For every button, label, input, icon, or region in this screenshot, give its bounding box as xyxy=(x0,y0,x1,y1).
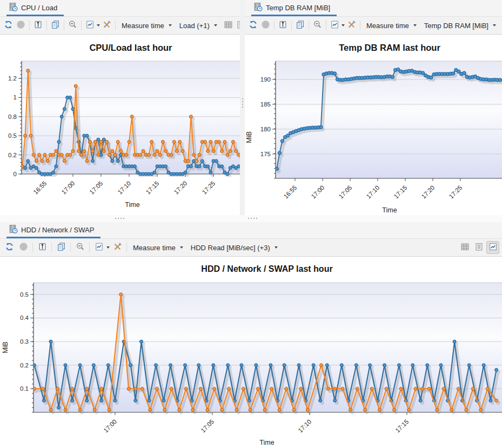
zoom-out-button[interactable] xyxy=(312,19,323,32)
configure-icon xyxy=(102,20,111,31)
svg-text:Time: Time xyxy=(125,201,139,209)
svg-text:Time: Time xyxy=(382,206,397,214)
svg-text:17:05: 17:05 xyxy=(89,180,104,196)
record-icon xyxy=(16,20,25,31)
dashboard-icon xyxy=(9,2,18,14)
svg-text:185: 185 xyxy=(260,101,271,108)
svg-text:0.8: 0.8 xyxy=(8,113,17,120)
svg-text:190: 190 xyxy=(260,76,271,83)
list-view-button[interactable] xyxy=(472,241,485,254)
svg-text:16:55: 16:55 xyxy=(283,184,298,200)
chart-settings-caret[interactable] xyxy=(97,24,100,26)
svg-text:17:10: 17:10 xyxy=(365,184,381,200)
export-button[interactable] xyxy=(277,19,289,32)
copy-button[interactable] xyxy=(294,19,306,32)
export-icon xyxy=(38,242,47,253)
tab-cpu-load[interactable]: CPU / Load xyxy=(6,0,64,16)
toolbar-separator xyxy=(46,21,47,30)
svg-text:175: 175 xyxy=(260,151,271,157)
vertical-splitter[interactable] xyxy=(240,0,245,215)
temp-chart-svg: 17518018519016:5517:0017:0517:1017:1517:… xyxy=(245,35,502,215)
configure-button[interactable] xyxy=(346,19,357,32)
horizontal-splitter[interactable] xyxy=(0,215,502,222)
series-dropdown[interactable]: Temp DB RAM [MiB] xyxy=(421,21,499,31)
toolbar-separator xyxy=(29,21,30,30)
splitter-grip xyxy=(248,218,257,219)
chart-settings-icon xyxy=(95,242,104,253)
copy-icon xyxy=(296,20,305,31)
refresh-button[interactable] xyxy=(3,19,14,32)
configure-button[interactable] xyxy=(111,241,124,254)
chart-settings-button[interactable] xyxy=(84,19,96,32)
configure-button[interactable] xyxy=(101,19,112,32)
measure-time-dropdown[interactable]: Measure time xyxy=(118,21,175,31)
svg-text:180: 180 xyxy=(260,126,271,132)
chevron-down-icon xyxy=(413,24,417,26)
cpu-chart-svg: 00.20.50.811.216:5517:0017:0517:1017:151… xyxy=(0,35,240,215)
svg-text:17:15: 17:15 xyxy=(393,184,409,200)
temp-db-ram-chart[interactable]: 17518018519016:5517:0017:0517:1017:1517:… xyxy=(245,35,502,215)
chart-settings-button[interactable] xyxy=(92,241,105,254)
copy-button[interactable] xyxy=(50,19,61,32)
toolbar-separator xyxy=(360,21,360,30)
series-dropdown[interactable]: Load (+1) xyxy=(176,21,220,31)
record-icon xyxy=(19,242,28,253)
svg-text:MiB: MiB xyxy=(2,342,9,353)
chart-view-icon xyxy=(488,242,498,253)
series-label: Load (+1) xyxy=(179,22,210,30)
svg-text:17:05: 17:05 xyxy=(199,418,215,434)
svg-text:17:15: 17:15 xyxy=(394,418,410,434)
cpu-load-chart[interactable]: 00.20.50.811.216:5517:0017:0517:1017:151… xyxy=(0,35,240,215)
temp-tabbar: Temp DB RAM [MiB] xyxy=(245,0,502,16)
export-button[interactable] xyxy=(36,241,49,254)
chevron-down-icon xyxy=(214,24,217,26)
measure-time-label: Measure time xyxy=(133,244,176,252)
configure-icon xyxy=(113,242,122,253)
cpu-tabbar: CPU / Load xyxy=(0,0,240,16)
toolbar-separator xyxy=(309,21,309,30)
record-button[interactable] xyxy=(15,19,26,32)
list-view-icon xyxy=(474,242,484,253)
svg-text:1.2: 1.2 xyxy=(8,75,17,82)
export-button[interactable] xyxy=(32,19,44,32)
chart-settings-caret[interactable] xyxy=(342,24,345,26)
chart-view-button[interactable] xyxy=(486,241,499,254)
zoom-out-button[interactable] xyxy=(67,19,78,32)
measure-time-dropdown[interactable]: Measure time xyxy=(130,243,186,253)
cpu-toolbar: Measure time Load (+1) xyxy=(0,16,240,35)
chart-settings-caret[interactable] xyxy=(106,246,110,249)
tab-label: HDD / Network / SWAP xyxy=(21,226,94,234)
configure-icon xyxy=(347,20,356,31)
tab-label: CPU / Load xyxy=(21,4,57,12)
export-icon xyxy=(278,20,287,31)
svg-text:17:00: 17:00 xyxy=(310,184,326,200)
grid-view-button[interactable] xyxy=(458,241,471,254)
toolbar-separator xyxy=(115,21,116,30)
record-button[interactable] xyxy=(17,241,30,254)
panel-temp-db-ram: Temp DB RAM [MiB] Measure time xyxy=(245,0,502,215)
splitter-grip xyxy=(242,98,243,108)
svg-text:0: 0 xyxy=(14,171,17,177)
toolbar-separator xyxy=(51,243,52,252)
svg-text:17:20: 17:20 xyxy=(420,184,436,200)
zoom-out-button[interactable] xyxy=(73,241,86,254)
grid-view-button[interactable] xyxy=(223,19,234,32)
panel-cpu-load: CPU / Load Measure time xyxy=(0,0,240,215)
hdd-network-swap-chart[interactable]: 0.10.20.30.40.517:0017:0517:1017:15HDD /… xyxy=(0,257,502,448)
series-dropdown[interactable]: HDD Read [MiB/sec] (+3) xyxy=(188,243,281,253)
toolbar-separator xyxy=(32,243,33,252)
measure-time-dropdown[interactable]: Measure time xyxy=(363,21,420,31)
svg-text:17:25: 17:25 xyxy=(448,184,464,200)
copy-button[interactable] xyxy=(55,241,68,254)
tab-hdd-network-swap[interactable]: HDD / Network / SWAP xyxy=(6,222,101,238)
chart-settings-button[interactable] xyxy=(329,19,340,32)
zoom-out-icon xyxy=(68,20,77,31)
record-button[interactable] xyxy=(260,19,271,32)
tab-temp-db-ram[interactable]: Temp DB RAM [MiB] xyxy=(251,0,337,16)
splitter-grip xyxy=(115,218,124,219)
refresh-button[interactable] xyxy=(3,241,16,254)
refresh-button[interactable] xyxy=(247,19,259,32)
refresh-icon xyxy=(249,20,258,31)
toolbar-separator xyxy=(126,243,127,252)
svg-text:17:10: 17:10 xyxy=(117,180,132,196)
